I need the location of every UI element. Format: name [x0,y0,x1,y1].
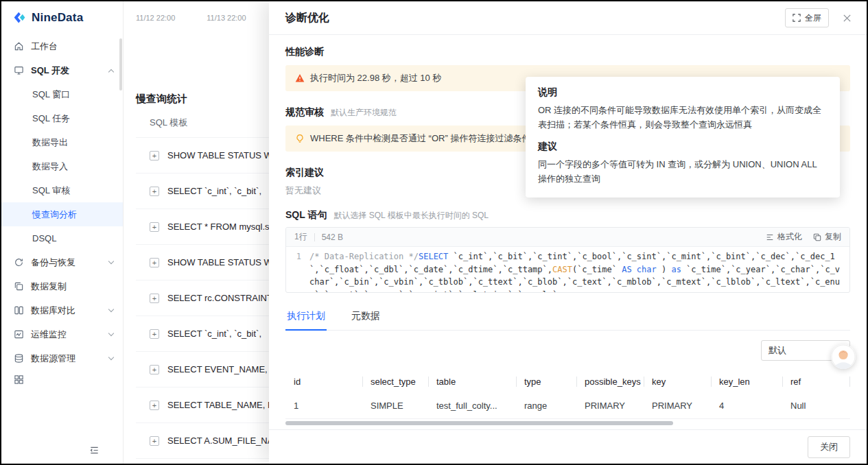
column-header-key-len: key_len [711,370,782,393]
sql-template-text: SHOW TABLE STATUS WH [167,150,279,160]
chevron-down-icon [108,259,114,264]
tooltip-suggest-body: 同一个字段的多个等值可转为 IN 查询，或分解为 UNION、UNION ALL… [538,157,828,187]
column-header-ref: ref [782,370,850,393]
avatar-image [831,344,856,369]
sql-template-text: SELECT rc.CONSTRAINT_ [167,293,277,303]
chevron-down-icon [108,307,114,312]
tab-metadata[interactable]: 元数据 [350,304,382,330]
performance-section-title: 性能诊断 [285,46,850,58]
line-number: 1 [286,250,309,288]
brand-logo[interactable]: NineData [1,1,123,32]
expand-button[interactable]: + [150,401,159,410]
sql-plain-token: (`c_time` [572,265,622,274]
sql-dev-icon [14,65,25,76]
fullscreen-label: 全屏 [805,12,821,24]
sidebar-item-label: 工作台 [31,40,58,53]
sidebar-item-sql-window[interactable]: SQL 窗口 [1,82,123,106]
time-labels: 11/12 22:00 11/13 22:00 [136,14,246,22]
expand-button[interactable]: + [150,329,159,339]
sidebar-item-data-import[interactable]: 数据导入 [1,154,123,178]
sidebar-item-sql-dev[interactable]: SQL 开发 [1,58,123,82]
sql-template-text: SELECT TABLE_NAME, PA [167,400,279,410]
time-label: 11/13 22:00 [207,14,246,22]
chevron-down-icon [108,331,114,336]
format-button[interactable]: 格式化 [766,231,802,243]
sidebar-item-workbench[interactable]: 工作台 [1,34,123,58]
sidebar-item-partial[interactable] [1,370,123,388]
format-icon [766,233,774,241]
tab-execution-plan[interactable]: 执行计划 [285,304,327,331]
sidebar-item-data-replication[interactable]: 数据复制 [1,274,123,298]
expand-button[interactable]: + [150,294,159,303]
rule-section-title: 规范审核 [285,106,324,119]
select-value: 默认 [769,344,786,357]
rule-section-subtitle: 默认生产环境规范 [331,107,397,119]
fullscreen-icon [793,14,801,22]
sql-template-text: SELECT A.SUM_FILE_NA [167,436,273,446]
copy-button[interactable]: 复制 [813,231,841,243]
sidebar-item-sql-review[interactable]: SQL 审核 [1,178,123,202]
menu-fold-button[interactable] [89,445,99,455]
drawer-close-button[interactable] [841,12,853,24]
expand-button[interactable]: + [150,436,159,446]
sidebar-item-dsql[interactable]: DSQL [1,226,123,250]
user-avatar[interactable] [831,344,856,369]
brand-name: NineData [32,11,83,25]
sql-template-text: SELECT EVENT_NAME, rc [167,364,277,374]
sql-template-text: SHOW TABLE STATUS WH [167,257,279,267]
plan-table-row: 1 SIMPLE test_full_colty... range PRIMAR… [285,393,850,419]
sidebar-item-data-export[interactable]: 数据导出 [1,130,123,154]
sidebar-item-label: 数据库对比 [31,305,75,317]
copy-icon [813,233,821,241]
cell-key-len: 4 [711,393,782,419]
expand-button[interactable]: + [150,258,159,267]
menu-fold-icon [89,445,99,455]
code-body[interactable]: 1 /* Data-Replication */SELECT `c_int`,`… [286,247,849,292]
rule-tooltip-popover: 说明 OR 连接的不同条件可能导致数据库无法有效使用单个索引，从而变成全表扫描；… [526,77,840,198]
plan-filter-row: 默认 [285,340,850,361]
chevron-up-icon [108,69,114,74]
expand-button[interactable]: + [150,222,159,232]
drawer-footer: 关闭 [269,429,867,464]
column-header-possible-keys: possible_keys [576,370,644,393]
sql-section-head: SQL 语句 默认选择 SQL 模板中最长执行时间的 SQL [285,209,850,222]
tooltip-explain-title: 说明 [538,86,828,99]
sql-function-token: CAST [552,265,572,274]
sidebar-item-sql-task[interactable]: SQL 任务 [1,106,123,130]
column-header-id: id [285,370,362,393]
ninedata-logo-icon [12,10,27,25]
sidebar-item-label: DSQL [32,233,56,243]
sidebar-item-label: 数据导入 [32,160,68,173]
code-toolbar: 1行 542 B 格式化 复制 [286,228,849,247]
sql-template-text: SELECT `c_int`, `c_bit`, [167,329,261,339]
sql-plain-token: ) [657,265,672,274]
home-icon [14,41,25,52]
sidebar-item-backup-restore[interactable]: 备份与恢复 [1,250,123,274]
drawer-header: 诊断优化 全屏 [269,1,867,35]
plan-table-header: id select_type table type possible_keys … [285,370,850,393]
sidebar-item-db-compare[interactable]: 数据库对比 [1,298,123,322]
grid-icon [14,374,25,385]
performance-alert-text: 执行时间为 22.98 秒，超过 10 秒 [310,72,441,84]
fullscreen-button[interactable]: 全屏 [785,8,829,27]
sql-keyword-token: AS char [622,265,657,274]
sidebar-item-slow-query-analysis[interactable]: 慢查询分析 [1,202,123,226]
db-compare-icon [14,305,25,316]
expand-button[interactable]: + [150,187,159,196]
sidebar-item-label: 数据源管理 [31,353,75,365]
sidebar-item-label: SQL 任务 [32,112,70,125]
sidebar-scrollbar[interactable] [119,38,122,91]
chevron-down-icon [108,355,114,360]
sidebar-item-datasource-mgmt[interactable]: 数据源管理 [1,346,123,370]
close-icon [843,14,852,23]
sidebar-item-label: SQL 窗口 [32,88,70,101]
expand-button[interactable]: + [150,151,159,160]
datasource-icon [14,353,25,364]
horizontal-scrollbar[interactable] [285,421,673,425]
byte-size: 542 B [322,232,343,242]
sidebar-item-label: 备份与恢复 [31,257,75,269]
expand-button[interactable]: + [150,365,159,374]
sidebar-nav: 工作台 SQL 开发 SQL 窗口 SQL 任务 数据导出 数据导入 SQL 审… [1,34,123,388]
close-button[interactable]: 关闭 [808,436,850,458]
sidebar-item-ops-monitor[interactable]: 运维监控 [1,322,123,346]
